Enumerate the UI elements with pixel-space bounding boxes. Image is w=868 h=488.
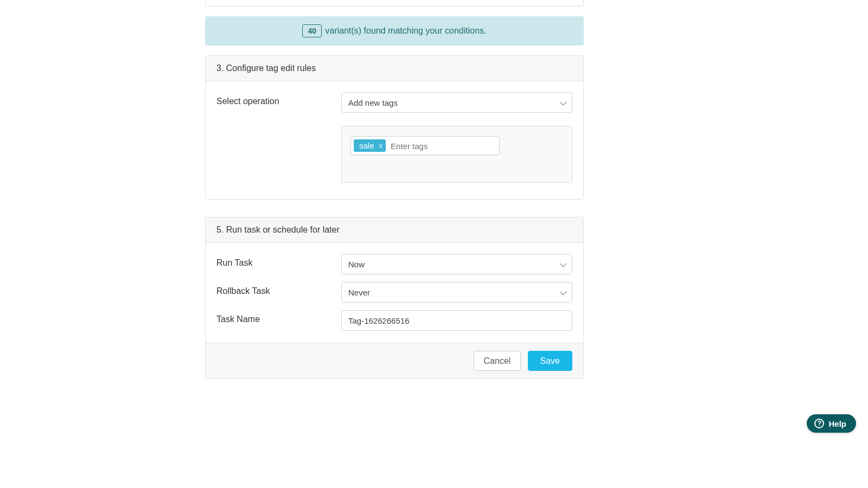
variant-count-badge: 40 — [302, 24, 322, 37]
run-task-card: 5. Run task or schedule for later Run Ta… — [205, 217, 584, 379]
select-operation-label: Select operation — [216, 92, 341, 106]
task-name-row: Task Name — [216, 310, 572, 331]
select-operation-dropdown[interactable]: Add new tags — [341, 92, 572, 113]
tag-entry-input[interactable] — [387, 140, 497, 152]
help-question-icon: ? — [814, 419, 824, 428]
tag-input-spacer — [216, 126, 341, 130]
variant-count-text: variant(s) found matching your condition… — [325, 26, 486, 35]
save-button[interactable]: Save — [528, 351, 572, 371]
run-task-select-wrap: Now — [341, 254, 572, 274]
variant-count-banner: 40 variant(s) found matching your condit… — [205, 16, 584, 46]
tag-chip-remove-icon[interactable]: x — [379, 142, 383, 150]
task-name-input[interactable] — [341, 310, 572, 331]
rollback-task-row: Rollback Task Never — [216, 282, 572, 303]
run-task-row: Run Task Now — [216, 254, 572, 274]
run-task-footer: Cancel Save — [206, 343, 583, 378]
task-name-label: Task Name — [216, 310, 341, 324]
help-widget[interactable]: ? Help — [807, 414, 856, 433]
select-operation-wrap: Add new tags — [341, 92, 572, 113]
previous-panel-bottom — [205, 0, 584, 7]
run-task-label: Run Task — [216, 254, 341, 268]
help-label: Help — [828, 419, 846, 428]
tag-chip-sale: sale x — [354, 139, 386, 152]
tag-input-row: sale x — [216, 126, 572, 183]
cancel-button[interactable]: Cancel — [474, 351, 521, 371]
select-operation-row: Select operation Add new tags — [216, 92, 572, 113]
configure-tag-rules-header: 3. Configure tag edit rules — [206, 56, 583, 81]
run-task-dropdown[interactable]: Now — [341, 254, 572, 274]
tag-chip-label: sale — [359, 141, 374, 150]
tag-input-box[interactable]: sale x — [350, 136, 500, 155]
run-task-header: 5. Run task or schedule for later — [206, 217, 583, 243]
configure-tag-rules-card: 3. Configure tag edit rules Select opera… — [205, 55, 584, 200]
rollback-task-dropdown[interactable]: Never — [341, 282, 572, 303]
rollback-task-select-wrap: Never — [341, 282, 572, 303]
tag-area: sale x — [341, 126, 572, 183]
rollback-task-label: Rollback Task — [216, 282, 341, 296]
